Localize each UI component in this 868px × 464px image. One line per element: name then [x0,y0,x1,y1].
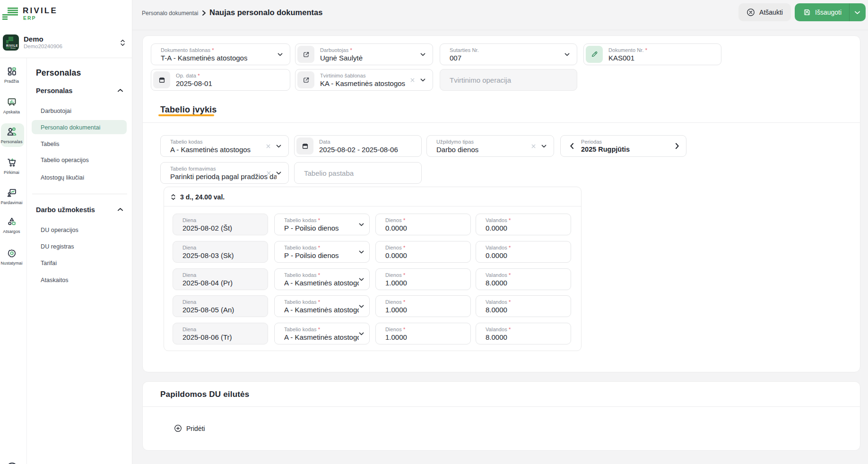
svg-text:RIVILE: RIVILE [6,44,18,47]
svg-text:ERP Demo: ERP Demo [6,47,16,49]
